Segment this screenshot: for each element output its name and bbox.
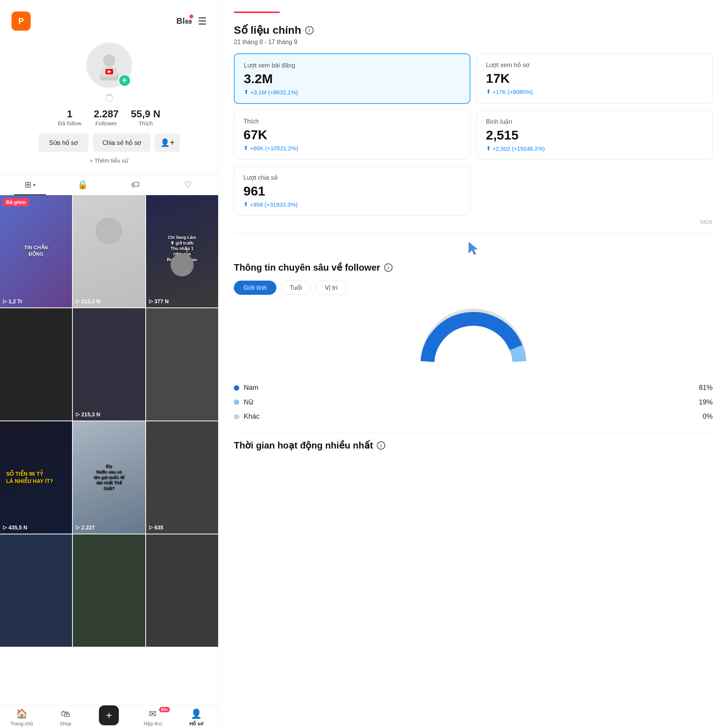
stat-card-comments: Bình luận 2,515 ⬆ +2,502 (+19246.2%) (477, 110, 713, 160)
list-item[interactable] (146, 534, 218, 647)
follower-insights-title: Thông tin chuyên sâu về follower i (234, 262, 713, 273)
play-icon: ▷ (76, 524, 80, 530)
header-right: Bl₆₉ ☰ (176, 15, 207, 27)
male-pct: 81% (699, 384, 713, 392)
stat-card-shares: Lượt chia sẻ 961 ⬆ +958 (+31933.3%) (234, 166, 470, 216)
add-avatar-button[interactable]: + (118, 74, 131, 87)
avatar-container: + (86, 42, 132, 88)
tab-grid[interactable]: ⊞ ▾ (4, 174, 56, 195)
card-label: Lượt chia sẻ (243, 174, 461, 181)
stats-cards-grid: Lượt xem bài đăng 3.2M ⬆ +3.1M (+8632.1%… (234, 53, 713, 160)
divider (234, 233, 713, 233)
profile-icon: 👤 (191, 708, 202, 719)
other-label: Khác (244, 412, 260, 421)
card-change: ⬆ +3.1M (+8632.1%) (244, 89, 460, 95)
view-count: ▷ 635 (149, 524, 163, 531)
action-buttons: Sửa hồ sơ Chia sẻ hồ sơ 👤+ (12, 133, 207, 152)
list-item[interactable] (146, 308, 218, 421)
list-item[interactable]: ▷ 215,3 N (73, 195, 145, 307)
chevron-down-icon: ▾ (33, 182, 36, 188)
gender-row-female: Nữ 19% (234, 398, 713, 406)
create-button[interactable]: + (99, 705, 119, 725)
list-item[interactable]: ▷ 215,3 N (73, 308, 145, 421)
card-label: Lượt xem hồ sơ (486, 61, 703, 69)
list-item[interactable]: SỐ TIỀN 96 TỶLÀ NHIỀU HAY ÍT? ▷ 435,5 N (0, 421, 72, 534)
video-title: ElyNước nào có tên gọi quốc tế dài nhất … (91, 464, 127, 491)
arrow-up-icon: ⬆ (486, 145, 491, 152)
card-value: 67K (243, 127, 461, 142)
info-icon[interactable]: i (384, 263, 393, 272)
svg-point-0 (103, 54, 115, 67)
loading-spinner (105, 94, 113, 102)
list-item[interactable]: Đã ghim TIN CHẤN ĐỘNG ▷ 1,2 Tr (0, 195, 72, 307)
nav-create[interactable]: + (87, 708, 131, 726)
filter-tab-age[interactable]: Tuổi (280, 281, 312, 295)
list-item[interactable]: ElyNước nào có tên gọi quốc tế dài nhất … (73, 421, 145, 534)
bottom-nav: 🏠 Trang chủ 🛍 Shop + ✉ 99+ Hộp thư 👤 Hồ … (0, 705, 218, 728)
tab-liked[interactable]: ♡ (162, 174, 214, 195)
shop-icon: 🛍 (61, 708, 70, 719)
date-range: 21 tháng 8 - 17 tháng 9 (234, 39, 713, 46)
tab-locked[interactable]: 🔒 (56, 174, 109, 195)
lock-icon: 🔒 (77, 180, 88, 190)
active-time-title: Thời gian hoạt động nhiều nhất i (234, 440, 713, 451)
play-icon: ▷ (76, 411, 80, 417)
stat-card-likes: Thích 67K ⬆ +66K (+10521.2%) (234, 110, 470, 160)
plus-icon: + (106, 709, 112, 721)
info-icon[interactable]: i (305, 26, 314, 35)
gender-row-other: Khác 0% (234, 412, 713, 421)
info-icon-active[interactable]: i (377, 441, 385, 450)
follow-count: 1 (67, 108, 72, 120)
card-change: ⬆ +66K (+10521.2%) (243, 145, 461, 151)
view-count: ▷ 2.227 (76, 524, 95, 531)
share-profile-button[interactable]: Chia sẻ hồ sơ (93, 133, 150, 152)
nav-home[interactable]: 🏠 Trang chủ (0, 708, 44, 726)
gender-chart (234, 304, 713, 373)
follower-stat: 2.287 Follower (94, 108, 119, 127)
follow-stat: 1 Đã follow (58, 108, 82, 127)
add-user-button[interactable]: 👤+ (155, 133, 180, 152)
play-icon: ▷ (149, 298, 153, 304)
left-header: P Bl₆₉ ☰ (0, 0, 218, 35)
gender-left: Nam (234, 384, 258, 392)
notification-icon[interactable]: Bl₆₉ (176, 16, 192, 26)
svg-marker-5 (469, 242, 477, 255)
filter-tab-location[interactable]: Vị trí (315, 281, 347, 295)
nav-profile[interactable]: 👤 Hồ sơ (174, 708, 218, 726)
tab-tagged[interactable]: 🏷 (109, 174, 162, 195)
list-item[interactable] (0, 308, 72, 421)
video-title: TIN CHẤN ĐỘNG (18, 245, 54, 258)
edit-profile-button[interactable]: Sửa hồ sơ (38, 133, 89, 152)
tag-icon: 🏷 (131, 180, 140, 190)
arrow-up-icon: ⬆ (243, 201, 248, 208)
filter-tab-gender[interactable]: Giới tính (234, 281, 276, 295)
arrow-up-icon: ⬆ (486, 88, 491, 95)
card-change: ⬆ +17K (+8080%) (486, 88, 703, 95)
right-panel: Số liệu chính i 21 tháng 8 - 17 tháng 9 … (219, 0, 728, 728)
follow-label: Đã follow (58, 120, 82, 127)
section-indicator (234, 12, 280, 13)
card-value: 3.2M (244, 71, 460, 86)
card-value: 2,515 (486, 128, 703, 143)
male-dot (234, 385, 239, 391)
card-change: ⬆ +2,502 (+19246.2%) (486, 145, 703, 152)
list-item[interactable] (0, 534, 72, 647)
score-badge: Bl₆₉ (176, 16, 192, 26)
add-bio-button[interactable]: + Thêm tiểu sử (90, 157, 129, 164)
nav-inbox[interactable]: ✉ 99+ Hộp thư (131, 708, 174, 726)
home-icon: 🏠 (16, 708, 28, 719)
list-item[interactable]: ▷ 635 (146, 421, 218, 534)
nav-shop-label: Shop (60, 721, 71, 726)
follower-label: Follower (95, 120, 117, 127)
other-pct: 0% (703, 412, 713, 421)
pinned-badge: Đã ghim (3, 198, 29, 206)
profile-section: + 1 Đã follow 2.287 Follower 55,9 N Thíc… (0, 35, 218, 174)
grid-icon: ⊞ (25, 180, 31, 190)
nav-profile-label: Hồ sơ (189, 721, 203, 726)
list-item[interactable]: Chi Sang Lâm 🎙 giờ trướcThu nhập 1 năm c… (146, 195, 218, 307)
menu-icon[interactable]: ☰ (198, 15, 207, 27)
nav-shop[interactable]: 🛍 Shop (44, 708, 87, 726)
nav-home-label: Trang chủ (10, 721, 33, 726)
content-tabs: ⊞ ▾ 🔒 🏷 ♡ (0, 174, 218, 195)
list-item[interactable] (73, 534, 145, 647)
